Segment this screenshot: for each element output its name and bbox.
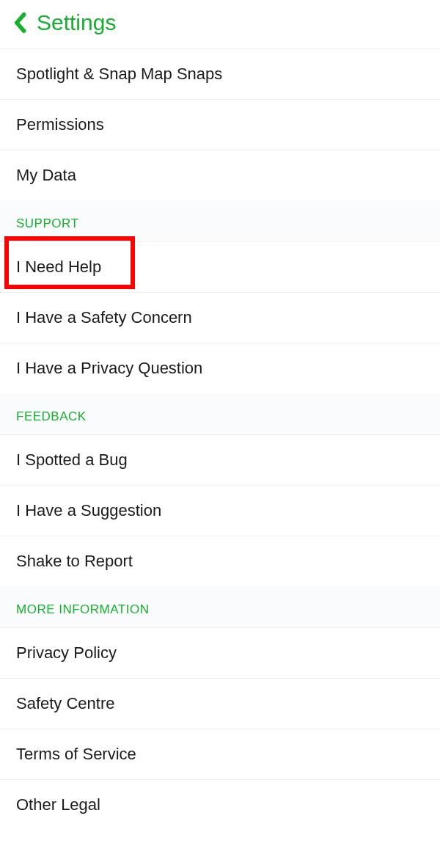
list-item-label: Privacy Policy [16, 643, 117, 662]
list-item-i-have-a-suggestion[interactable]: I Have a Suggestion [0, 485, 440, 536]
list-item-i-have-a-privacy-question[interactable]: I Have a Privacy Question [0, 343, 440, 393]
page-title: Settings [37, 10, 116, 35]
list-item-privacy-policy[interactable]: Privacy Policy [0, 627, 440, 678]
list-item-shake-to-report[interactable]: Shake to Report [0, 536, 440, 586]
list-item-my-data[interactable]: My Data [0, 150, 440, 200]
list-item-label: Shake to Report [16, 552, 133, 570]
section-header-label: Feedback [16, 409, 87, 423]
list-item-spotlight-snap-map-snaps[interactable]: Spotlight & Snap Map Snaps [0, 48, 440, 99]
section-header-more-information: More Information [0, 586, 440, 627]
list-item-safety-centre[interactable]: Safety Centre [0, 678, 440, 729]
list-item-label: I Have a Safety Concern [16, 308, 192, 327]
list-item-other-legal[interactable]: Other Legal [0, 779, 440, 830]
list-item-label: Spotlight & Snap Map Snaps [16, 65, 222, 83]
list-item-label: I Have a Privacy Question [16, 359, 202, 377]
list-item-label: I Need Help [16, 258, 101, 276]
list-item-terms-of-service[interactable]: Terms of Service [0, 729, 440, 779]
list-item-label: Permissions [16, 115, 104, 134]
list-item-i-spotted-a-bug[interactable]: I Spotted a Bug [0, 434, 440, 485]
list-item-label: Terms of Service [16, 745, 136, 763]
section-header-support: Support [0, 200, 440, 241]
list-item-label: I Spotted a Bug [16, 451, 128, 469]
list-item-label: My Data [16, 166, 76, 184]
list-item-i-need-help[interactable]: I Need Help [0, 241, 440, 292]
list-item-label: Other Legal [16, 795, 100, 814]
section-header-label: Support [16, 216, 78, 230]
section-header-label: More Information [16, 602, 149, 616]
settings-list: Spotlight & Snap Map SnapsPermissionsMy … [0, 48, 440, 830]
list-item-i-have-a-safety-concern[interactable]: I Have a Safety Concern [0, 292, 440, 343]
list-item-permissions[interactable]: Permissions [0, 99, 440, 150]
section-header-feedback: Feedback [0, 393, 440, 434]
back-icon[interactable] [13, 12, 26, 33]
list-item-label: I Have a Suggestion [16, 501, 161, 519]
list-item-label: Safety Centre [16, 694, 115, 712]
header-bar: Settings [0, 0, 440, 48]
